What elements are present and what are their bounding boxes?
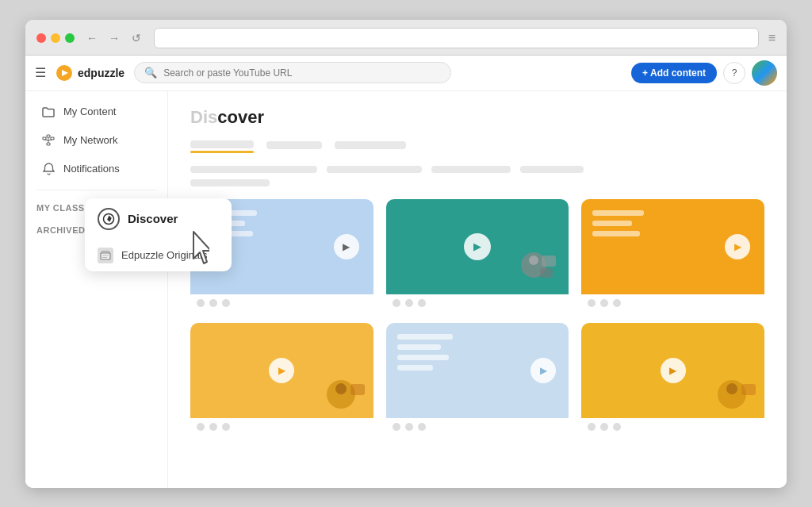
left-sidebar: My Content — [25, 91, 168, 488]
svg-rect-13 — [540, 268, 553, 278]
card-thumbnail: ▶ — [386, 323, 569, 418]
discover-label: Discover — [128, 212, 178, 225]
card-grid: ▶ — [190, 199, 764, 434]
network-icon — [41, 133, 56, 148]
puzzle-avatar — [324, 374, 367, 414]
svg-rect-16 — [350, 384, 365, 395]
originals-label: Edpuzzle Originals — [121, 249, 207, 261]
video-card[interactable]: ▶ — [581, 323, 764, 434]
svg-point-18 — [726, 383, 737, 394]
search-input[interactable] — [163, 67, 441, 79]
puzzle-avatar — [714, 374, 758, 414]
svg-rect-2 — [43, 137, 46, 140]
sidebar-item-my-network[interactable]: My Network — [30, 127, 163, 154]
skeleton-rows — [190, 166, 764, 186]
svg-marker-21 — [106, 214, 113, 222]
right-content: Discover — [168, 91, 787, 488]
discover-menu-item[interactable]: Discover — [85, 198, 232, 240]
originals-icon — [98, 248, 113, 263]
video-card[interactable]: ▶ — [386, 199, 569, 310]
edpuzzle-originals-item[interactable]: Edpuzzle Originals — [85, 240, 232, 271]
logo-text: edpuzzle — [78, 67, 124, 79]
card-thumbnail: ▶ — [190, 323, 373, 418]
svg-rect-19 — [741, 384, 756, 395]
svg-rect-3 — [47, 135, 50, 137]
card-meta — [581, 418, 764, 434]
browser-menu-icon[interactable]: ≡ — [768, 31, 776, 45]
address-bar[interactable] — [154, 28, 759, 48]
video-card[interactable]: ▶ — [386, 323, 569, 434]
search-bar[interactable]: 🔍 — [134, 62, 451, 83]
archived-label: ARCHIVED — [36, 225, 85, 235]
avatar-image — [752, 60, 777, 86]
card-meta — [190, 418, 373, 434]
video-card[interactable]: ▶ — [190, 323, 373, 434]
svg-rect-22 — [101, 253, 110, 259]
page-title: Discover — [190, 107, 764, 128]
app-body: My Content — [25, 91, 787, 488]
back-button[interactable]: ← — [84, 30, 100, 46]
my-network-label: My Network — [63, 134, 118, 146]
add-content-button[interactable]: + Add content — [631, 63, 717, 83]
search-icon: 🔍 — [144, 67, 157, 79]
card-meta — [190, 294, 373, 310]
card-thumbnail: ▶ — [581, 199, 764, 294]
app-header: ☰ edpuzzle 🔍 + Add content ? — [25, 56, 787, 91]
sidebar-item-notifications[interactable]: Notifications — [30, 156, 163, 182]
svg-point-11 — [529, 255, 538, 265]
card-thumbnail: ▶ — [581, 323, 764, 418]
sidebar-divider — [36, 190, 156, 190]
svg-rect-12 — [542, 255, 556, 267]
avatar[interactable] — [752, 60, 777, 86]
logo-icon — [56, 64, 73, 82]
folder-icon — [41, 105, 56, 119]
navbar-right: + Add content ? — [631, 60, 777, 86]
svg-rect-5 — [47, 143, 50, 145]
card-meta — [386, 294, 569, 310]
bell-icon — [41, 162, 56, 176]
hamburger-icon[interactable]: ☰ — [35, 65, 46, 80]
svg-line-7 — [48, 140, 52, 140]
browser-nav: ← → ↺ — [84, 30, 144, 46]
maximize-button[interactable] — [65, 33, 75, 43]
close-button[interactable] — [36, 33, 46, 43]
video-card[interactable]: ▶ — [581, 199, 764, 310]
svg-point-15 — [335, 383, 347, 394]
card-thumbnail: ▶ — [386, 199, 569, 294]
minimize-button[interactable] — [51, 33, 60, 43]
refresh-button[interactable]: ↺ — [128, 30, 144, 46]
puzzle-avatar — [518, 248, 557, 283]
svg-rect-4 — [51, 137, 54, 140]
help-button[interactable]: ? — [723, 62, 745, 84]
my-content-label: My Content — [63, 106, 116, 117]
traffic-lights — [36, 33, 75, 43]
compass-icon — [98, 208, 120, 230]
card-meta — [386, 418, 569, 434]
sidebar-item-my-content[interactable]: My Content — [30, 98, 163, 125]
filter-tabs — [190, 140, 764, 153]
logo[interactable]: edpuzzle — [56, 64, 124, 82]
notifications-label: Notifications — [63, 163, 120, 175]
svg-line-6 — [44, 140, 48, 140]
discover-dropdown: Discover — [85, 198, 232, 271]
card-meta — [581, 294, 764, 310]
forward-button[interactable]: → — [106, 30, 122, 46]
